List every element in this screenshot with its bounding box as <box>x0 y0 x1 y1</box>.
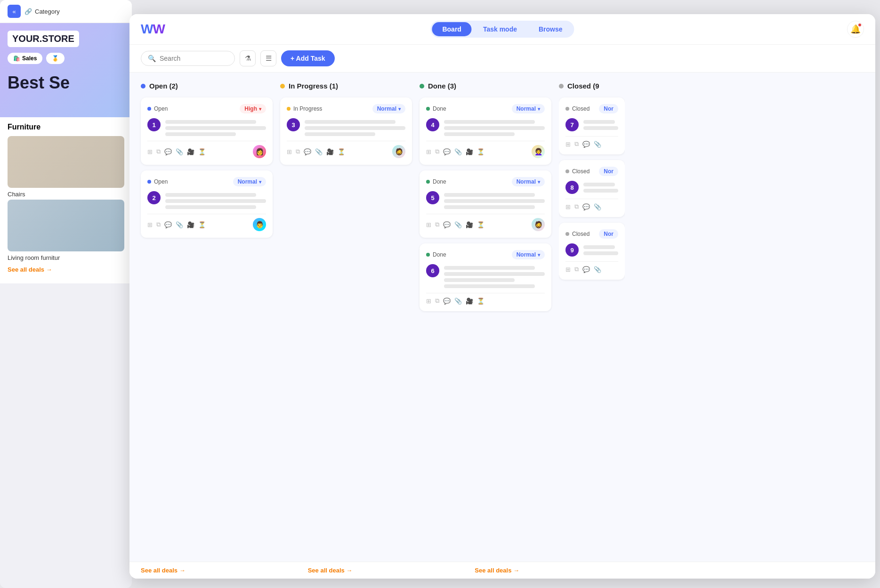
search-icon: 🔍 <box>148 55 156 62</box>
priority-badge-6[interactable]: Normal ▾ <box>512 250 545 259</box>
card-actions-5: ⊞ ⧉ 💬 📎 🎥 ⏳ <box>426 221 484 228</box>
card-action-attach[interactable]: 📎 <box>176 148 183 155</box>
collapse-button[interactable]: « <box>8 5 21 18</box>
card-action-video[interactable]: 🎥 <box>466 221 473 228</box>
card-line <box>444 132 515 136</box>
card-action-view[interactable]: ⊞ <box>426 298 431 305</box>
card-number-row-6: 6 <box>426 264 545 288</box>
card-actions-1: ⊞ ⧉ 💬 📎 🎥 ⏳ <box>147 148 206 155</box>
priority-chevron-3: ▾ <box>398 106 401 112</box>
search-box[interactable]: 🔍 <box>141 51 235 66</box>
card-action-attach[interactable]: 📎 <box>454 221 462 228</box>
card-action-copy[interactable]: ⧉ <box>156 148 161 155</box>
board-logo: WW <box>141 22 165 37</box>
card-action-view[interactable]: ⊞ <box>565 141 571 148</box>
card-action-attach[interactable]: 📎 <box>594 203 601 210</box>
priority-badge-8[interactable]: Nor <box>599 167 618 176</box>
priority-badge-5[interactable]: Normal ▾ <box>512 177 545 186</box>
priority-badge-7[interactable]: Nor <box>599 104 618 113</box>
card-action-copy[interactable]: ⧉ <box>574 203 579 210</box>
card-action-timer[interactable]: ⏳ <box>338 148 345 155</box>
priority-badge-9[interactable]: Nor <box>599 229 618 239</box>
tab-task-mode[interactable]: Task mode <box>473 22 527 36</box>
card-action-timer[interactable]: ⏳ <box>477 148 484 155</box>
card-line <box>444 193 535 197</box>
category-nav[interactable]: 🔗 Category <box>24 8 60 15</box>
card-action-view[interactable]: ⊞ <box>426 221 431 228</box>
footer-link-3[interactable]: See all deals → <box>475 567 519 574</box>
search-input[interactable] <box>160 55 216 62</box>
card-header-3: In Progress Normal ▾ <box>287 104 405 113</box>
card-action-view[interactable]: ⊞ <box>565 266 571 273</box>
card-action-attach[interactable]: 📎 <box>176 221 183 228</box>
card-lines-2 <box>165 191 266 209</box>
card-action-attach[interactable]: 📎 <box>454 298 462 305</box>
sales-tag[interactable]: 🛍️Sales <box>8 53 42 64</box>
filter-button[interactable]: ⚗ <box>240 50 256 66</box>
card-line <box>444 284 535 288</box>
card-action-copy[interactable]: ⧉ <box>156 221 161 228</box>
column-in-progress: In Progress (1) In Progress Normal ▾ 3 <box>280 80 412 554</box>
card-action-view[interactable]: ⊞ <box>287 148 292 155</box>
card-action-copy[interactable]: ⧉ <box>574 266 579 273</box>
card-action-view[interactable]: ⊞ <box>147 148 153 155</box>
card-action-comment[interactable]: 💬 <box>582 141 590 148</box>
footer-link-2[interactable]: See all deals → <box>308 567 353 574</box>
card-action-copy[interactable]: ⧉ <box>574 140 579 148</box>
card-action-comment[interactable]: 💬 <box>164 148 172 155</box>
card-action-copy[interactable]: ⧉ <box>435 297 439 305</box>
card-action-comment[interactable]: 💬 <box>582 203 590 210</box>
card-action-attach[interactable]: 📎 <box>315 148 323 155</box>
card-action-view[interactable]: ⊞ <box>426 148 431 155</box>
card-action-view[interactable]: ⊞ <box>147 221 153 228</box>
card-number-4: 4 <box>426 118 439 131</box>
card-footer-8: ⊞ ⧉ 💬 📎 <box>565 199 618 210</box>
task-card-5: Done Normal ▾ 5 <box>420 170 551 238</box>
card-action-attach[interactable]: 📎 <box>454 148 462 155</box>
card-action-view[interactable]: ⊞ <box>565 203 571 210</box>
card-action-copy[interactable]: ⧉ <box>435 148 439 155</box>
card-action-timer[interactable]: ⏳ <box>477 298 484 305</box>
card-number-6: 6 <box>426 264 439 277</box>
card-action-video[interactable]: 🎥 <box>466 148 473 155</box>
card-line <box>444 120 535 124</box>
card-action-video[interactable]: 🎥 <box>187 221 194 228</box>
card-action-comment[interactable]: 💬 <box>443 221 451 228</box>
tab-board[interactable]: Board <box>432 22 471 36</box>
card-number-row-1: 1 <box>147 118 266 136</box>
col-header-closed: Closed (9 <box>559 80 625 92</box>
card-action-video[interactable]: 🎥 <box>187 148 194 155</box>
add-task-button[interactable]: + Add Task <box>281 50 335 66</box>
tab-browse[interactable]: Browse <box>528 22 573 36</box>
card-action-comment[interactable]: 💬 <box>304 148 311 155</box>
card-action-comment[interactable]: 💬 <box>582 266 590 273</box>
card-action-comment[interactable]: 💬 <box>443 148 451 155</box>
card-header-5: Done Normal ▾ <box>426 177 545 186</box>
card-action-timer[interactable]: ⏳ <box>198 221 206 228</box>
card-action-copy[interactable]: ⧉ <box>296 148 300 155</box>
card-action-comment[interactable]: 💬 <box>164 221 172 228</box>
card-action-copy[interactable]: ⧉ <box>435 221 439 228</box>
priority-badge-3[interactable]: Normal ▾ <box>372 104 405 113</box>
medal-tag[interactable]: 🥇 <box>46 53 65 64</box>
priority-badge-2[interactable]: Normal ▾ <box>233 177 266 186</box>
sort-button[interactable]: ☰ <box>260 50 276 66</box>
card-action-video[interactable]: 🎥 <box>466 298 473 305</box>
priority-badge-1[interactable]: High ▾ <box>240 104 266 113</box>
card-action-video[interactable]: 🎥 <box>326 148 334 155</box>
card-action-attach[interactable]: 📎 <box>594 141 601 148</box>
card-action-attach[interactable]: 📎 <box>594 266 601 273</box>
priority-badge-4[interactable]: Normal ▾ <box>512 104 545 113</box>
card-header-1: Open High ▾ <box>147 104 266 113</box>
notification-button[interactable]: 🔔 <box>847 21 864 38</box>
card-line <box>444 205 535 209</box>
footer-link-1[interactable]: See all deals → <box>141 567 186 574</box>
card-status-3: In Progress <box>287 105 322 112</box>
card-action-comment[interactable]: 💬 <box>443 298 451 305</box>
card-actions-6: ⊞ ⧉ 💬 📎 🎥 ⏳ <box>426 297 484 305</box>
card-action-timer[interactable]: ⏳ <box>477 221 484 228</box>
sort-icon: ☰ <box>266 54 272 63</box>
board-header: WW Board Task mode Browse 🔔 <box>129 14 875 45</box>
card-action-timer[interactable]: ⏳ <box>198 148 206 155</box>
see-all-deals-link[interactable]: See all deals → <box>8 261 124 278</box>
